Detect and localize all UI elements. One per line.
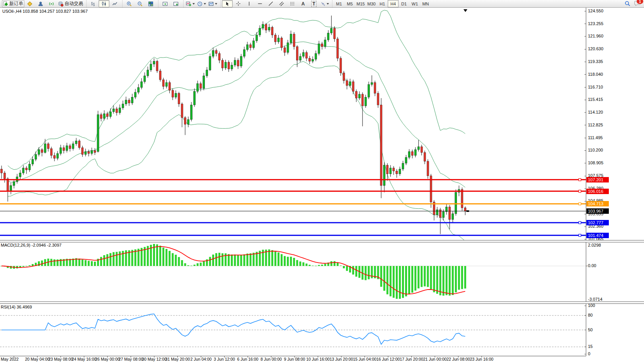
time-axis[interactable]: May 202220 May 04:0023 May 08:0024 May 1…: [0, 357, 644, 363]
time-axis-label: 23 Jun 16:00: [470, 357, 494, 361]
macd-indicator-label: MACD(12,26,9) -2.0946 -2.3097: [1, 243, 61, 247]
price-axis-label: 108.905: [588, 160, 603, 165]
time-axis-label: 21 Jun 00:00: [423, 357, 447, 361]
time-axis-label: 27 May 08:00: [119, 357, 143, 361]
macd-axis-max: 2.0298: [588, 243, 601, 247]
rsi-value: 36.4969: [17, 305, 32, 309]
rsi-indicator-label: RSI(14) 36.4969: [1, 305, 32, 309]
price-badge-103.967: 103.967: [586, 208, 609, 214]
pane-separator-macd[interactable]: [0, 240, 644, 242]
rsi-axis-80: 80: [588, 313, 593, 317]
symbol-period-label: USOil-,H4: [2, 9, 22, 14]
price-axis-label: 114.120: [588, 110, 603, 114]
time-axis-label: 10 Jun 16:00: [306, 357, 330, 361]
time-axis-label: 24 May 16:00: [72, 357, 97, 361]
price-axis-label: 123.255: [588, 21, 603, 26]
price-axis-label: 118.040: [588, 72, 603, 77]
symbol-title: USOil-,H4 103.858 104.257 103.827 103.96…: [2, 9, 88, 14]
pane-separator-rsi[interactable]: [0, 302, 644, 304]
time-axis-label: 9 Jun 08:00: [284, 357, 305, 361]
price-badge-102.777: 102.777: [586, 220, 609, 225]
rsi-name: RSI(14): [1, 305, 15, 309]
ohlc-values: 103.858 104.257 103.827 103.967: [23, 9, 88, 14]
rsi-axis-15: 15: [588, 344, 593, 349]
time-axis-label: 3 Jun 12:00: [214, 357, 235, 361]
price-axis-label: 119.335: [588, 59, 603, 64]
time-axis-label: 13 Jun 20:00: [330, 357, 353, 361]
chart-canvas[interactable]: [0, 0, 644, 363]
price-axis-label: 115.415: [588, 97, 603, 102]
rsi-axis-0: 0: [588, 351, 590, 356]
time-axis-label: 6 Jun 16:00: [237, 357, 259, 361]
macd-axis-min: -3.0714: [588, 297, 602, 302]
time-axis-label: 8 Jun 00:00: [261, 357, 282, 361]
time-axis-label: 17 Jun 20:00: [400, 357, 423, 361]
chart-shift-marker[interactable]: [463, 9, 467, 12]
price-axis-label: 124.550: [588, 9, 603, 13]
time-axis-label: 16 Jun 12:00: [377, 357, 400, 361]
time-axis-label: 31 May 20:00: [165, 357, 190, 361]
price-badge-101.474: 101.474: [586, 233, 609, 238]
time-axis-label: 20 May 04:00: [25, 357, 50, 361]
price-axis-label: 112.825: [588, 123, 603, 127]
time-axis-label: 15 Jun 04:00: [353, 357, 377, 361]
mt4-window: 新订单: [0, 0, 644, 363]
price-badge-104.713: 104.713: [586, 201, 609, 206]
price-axis-label: 111.495: [588, 135, 603, 140]
rsi-axis-50: 50: [588, 327, 593, 332]
macd-axis-zero: 0.00: [588, 263, 596, 268]
time-axis-label: May 2022: [1, 357, 19, 361]
time-axis-label: 26 May 00:00: [95, 357, 120, 361]
time-axis-label: 2 Jun 04:00: [191, 357, 212, 361]
macd-values: -2.0946 -2.3097: [31, 243, 61, 247]
price-badge-106.016: 106.016: [586, 189, 609, 194]
time-axis-label: 30 May 12:00: [142, 357, 167, 361]
price-axis-label: 121.960: [588, 34, 603, 38]
price-axis-label: 120.630: [588, 46, 603, 51]
price-badge-107.201: 107.201: [586, 177, 609, 182]
macd-name: MACD(12,26,9): [1, 243, 30, 247]
time-axis-label: 22 Jun 08:00: [446, 357, 470, 361]
time-axis-label: 23 May 08:00: [48, 357, 73, 361]
price-axis-label: 116.710: [588, 85, 603, 89]
price-axis-label: 110.200: [588, 148, 603, 152]
